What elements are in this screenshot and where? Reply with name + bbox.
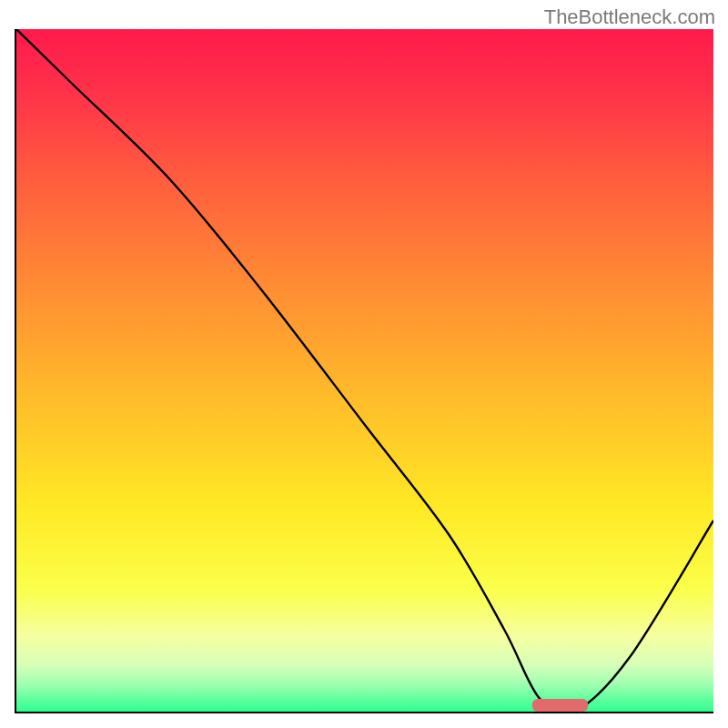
optimal-range-marker: [532, 699, 588, 712]
bottleneck-curve-path: [16, 29, 713, 712]
bottleneck-chart: TheBottleneck.com: [0, 0, 728, 728]
chart-svg: [16, 29, 713, 712]
plot-area: [15, 29, 713, 713]
watermark-text: TheBottleneck.com: [544, 5, 715, 29]
